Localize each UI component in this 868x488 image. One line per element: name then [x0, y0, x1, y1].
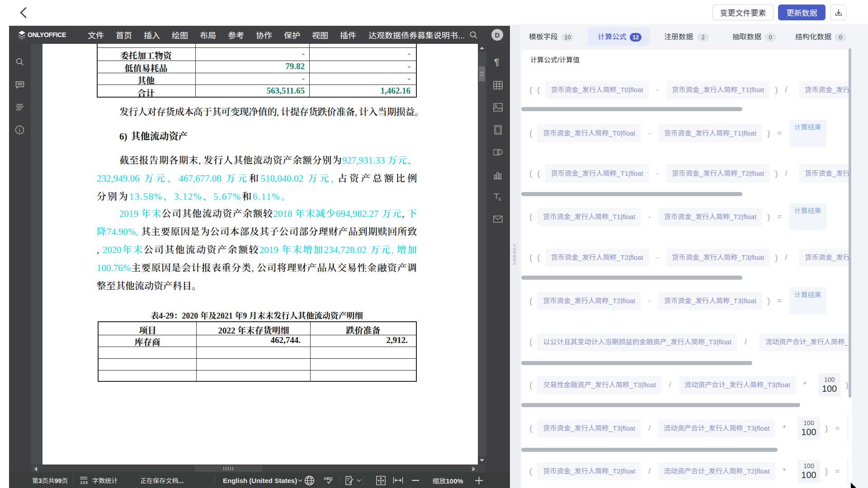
svg-text:ABC: ABC: [324, 476, 333, 481]
svg-text:a: a: [498, 196, 501, 202]
svg-text:123: 123: [80, 480, 88, 485]
